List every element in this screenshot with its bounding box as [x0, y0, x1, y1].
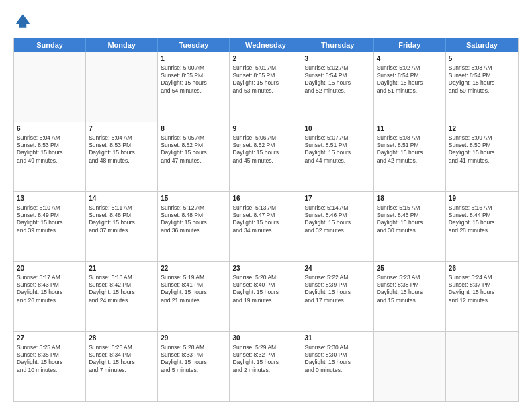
day-content-line: and 36 minutes. [161, 227, 226, 234]
day-content-line: Sunset: 8:32 PM [232, 351, 298, 359]
day-content-line: Sunrise: 5:09 AM [449, 134, 515, 142]
day-content-line: Sunset: 8:34 PM [89, 351, 154, 359]
day-number: 25 [377, 264, 443, 273]
day-number: 29 [161, 334, 226, 343]
day-content-line: and 2 minutes. [232, 367, 298, 374]
day-content-line: Daylight: 15 hours [17, 289, 83, 296]
day-number: 27 [17, 334, 83, 343]
calendar-body: 1Sunrise: 5:00 AMSunset: 8:55 PMDaylight… [14, 52, 518, 401]
day-cell-11: 11Sunrise: 5:08 AMSunset: 8:51 PMDayligh… [374, 122, 446, 191]
day-content-line: Daylight: 15 hours [161, 289, 226, 296]
day-content-line: Daylight: 15 hours [377, 289, 443, 296]
day-content-line: and 51 minutes. [377, 87, 443, 95]
day-content-line: Sunset: 8:45 PM [377, 212, 443, 219]
svg-marker-0 [16, 15, 30, 24]
day-number: 24 [305, 264, 371, 273]
day-cell-3: 3Sunrise: 5:02 AMSunset: 8:54 PMDaylight… [302, 52, 374, 122]
day-cell-22: 22Sunrise: 5:19 AMSunset: 8:41 PMDayligh… [158, 262, 230, 331]
day-content-line: Sunset: 8:41 PM [161, 281, 226, 289]
day-content-line: Daylight: 15 hours [161, 79, 226, 87]
day-content-line: and 30 minutes. [377, 227, 443, 234]
day-number: 18 [377, 194, 443, 203]
day-number: 6 [17, 124, 83, 134]
day-content-line: Daylight: 15 hours [17, 219, 83, 226]
day-cell-15: 15Sunrise: 5:12 AMSunset: 8:48 PMDayligh… [158, 192, 230, 261]
header-day-friday: Friday [374, 38, 446, 52]
day-cell-25: 25Sunrise: 5:23 AMSunset: 8:38 PMDayligh… [374, 262, 446, 331]
day-content-line: Sunset: 8:48 PM [161, 212, 226, 219]
day-content-line: Sunrise: 5:05 AM [161, 134, 226, 142]
day-cell-16: 16Sunrise: 5:13 AMSunset: 8:47 PMDayligh… [230, 192, 302, 261]
empty-cell [446, 332, 518, 401]
day-content-line: Sunset: 8:53 PM [17, 142, 83, 149]
day-cell-6: 6Sunrise: 5:04 AMSunset: 8:53 PMDaylight… [14, 122, 86, 191]
day-content-line: Sunrise: 5:11 AM [89, 204, 154, 212]
day-content-line: Sunset: 8:54 PM [377, 72, 443, 79]
header-day-monday: Monday [86, 38, 158, 52]
day-number: 17 [305, 194, 371, 203]
day-number: 8 [161, 124, 226, 134]
day-number: 19 [449, 194, 515, 203]
day-content-line: Sunset: 8:55 PM [232, 72, 298, 79]
day-content-line: Sunrise: 5:02 AM [305, 64, 371, 72]
day-content-line: Sunset: 8:39 PM [305, 281, 371, 289]
day-content-line: Sunset: 8:49 PM [17, 212, 83, 219]
day-content-line: Daylight: 15 hours [161, 149, 226, 156]
day-content-line: Sunrise: 5:12 AM [161, 204, 226, 212]
day-content-line: Sunrise: 5:29 AM [232, 344, 298, 351]
header-day-tuesday: Tuesday [158, 38, 230, 52]
day-number: 30 [232, 334, 298, 343]
day-content-line: Sunrise: 5:00 AM [161, 64, 226, 72]
day-content-line: Sunrise: 5:30 AM [305, 344, 371, 351]
day-content-line: Sunrise: 5:13 AM [232, 204, 298, 212]
day-cell-31: 31Sunrise: 5:30 AMSunset: 8:30 PMDayligh… [302, 332, 374, 401]
day-cell-9: 9Sunrise: 5:06 AMSunset: 8:52 PMDaylight… [230, 122, 302, 191]
day-content-line: Sunset: 8:30 PM [305, 351, 371, 359]
day-content-line: Sunrise: 5:01 AM [232, 64, 298, 72]
day-content-line: Sunset: 8:54 PM [305, 72, 371, 79]
logo-icon [13, 12, 32, 31]
day-content-line: Daylight: 15 hours [377, 149, 443, 156]
day-cell-19: 19Sunrise: 5:16 AMSunset: 8:44 PMDayligh… [446, 192, 518, 261]
day-content-line: Sunset: 8:46 PM [305, 212, 371, 219]
day-number: 10 [305, 124, 371, 134]
day-content-line: Sunset: 8:35 PM [17, 351, 83, 359]
day-cell-18: 18Sunrise: 5:15 AMSunset: 8:45 PMDayligh… [374, 192, 446, 261]
day-content-line: Sunrise: 5:16 AM [449, 204, 515, 212]
day-content-line: and 42 minutes. [377, 157, 443, 165]
day-number: 28 [89, 334, 154, 343]
day-content-line: Sunrise: 5:07 AM [305, 134, 371, 142]
day-content-line: Daylight: 15 hours [449, 289, 515, 296]
day-cell-28: 28Sunrise: 5:26 AMSunset: 8:34 PMDayligh… [86, 332, 158, 401]
day-content-line: and 0 minutes. [305, 367, 371, 374]
day-content-line: Sunrise: 5:04 AM [17, 134, 83, 142]
day-content-line: Sunset: 8:55 PM [161, 72, 226, 79]
day-content-line: and 34 minutes. [232, 227, 298, 234]
day-content-line: Sunset: 8:47 PM [232, 212, 298, 219]
day-content-line: Sunrise: 5:28 AM [161, 344, 226, 351]
day-content-line: Daylight: 15 hours [89, 289, 154, 296]
day-cell-4: 4Sunrise: 5:02 AMSunset: 8:54 PMDaylight… [374, 52, 446, 122]
day-content-line: Daylight: 15 hours [89, 149, 154, 156]
day-number: 13 [17, 194, 83, 203]
day-content-line: Sunset: 8:53 PM [89, 142, 154, 149]
calendar-week-4: 20Sunrise: 5:17 AMSunset: 8:43 PMDayligh… [14, 261, 518, 331]
day-content-line: Daylight: 15 hours [232, 149, 298, 156]
day-number: 5 [449, 54, 515, 64]
day-content-line: and 7 minutes. [89, 367, 154, 374]
day-content-line: and 44 minutes. [305, 157, 371, 165]
day-number: 9 [232, 124, 298, 134]
day-content-line: Sunrise: 5:23 AM [377, 274, 443, 281]
calendar-week-2: 6Sunrise: 5:04 AMSunset: 8:53 PMDaylight… [14, 122, 518, 191]
day-content-line: Sunset: 8:51 PM [305, 142, 371, 149]
day-content-line: and 50 minutes. [449, 87, 515, 95]
day-content-line: Sunset: 8:44 PM [449, 212, 515, 219]
day-content-line: and 32 minutes. [305, 227, 371, 234]
day-content-line: Sunrise: 5:10 AM [17, 204, 83, 212]
day-content-line: Sunrise: 5:14 AM [305, 204, 371, 212]
day-cell-8: 8Sunrise: 5:05 AMSunset: 8:52 PMDaylight… [158, 122, 230, 191]
day-content-line: Daylight: 15 hours [161, 219, 226, 226]
calendar-header-row: SundayMondayTuesdayWednesdayThursdayFrid… [14, 38, 518, 52]
day-content-line: Daylight: 15 hours [377, 219, 443, 226]
day-number: 3 [305, 54, 371, 64]
